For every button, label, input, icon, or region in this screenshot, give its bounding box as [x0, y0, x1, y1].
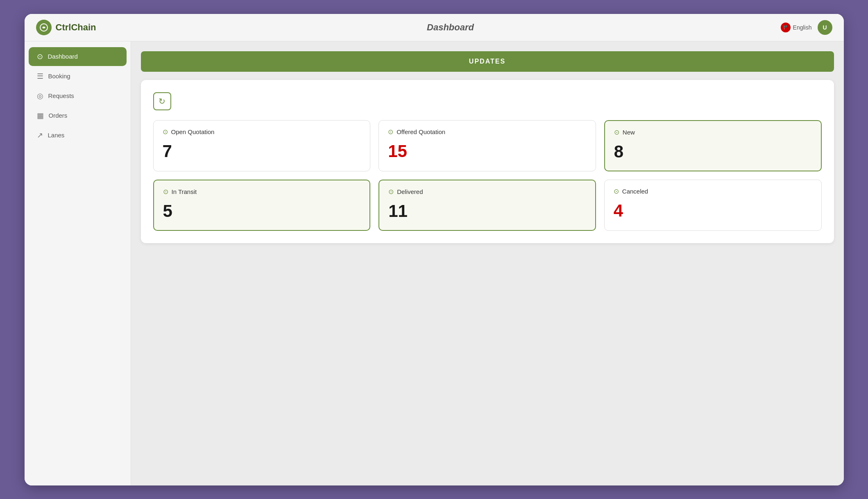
- avatar[interactable]: U: [818, 20, 832, 35]
- open-quotation-icon: ⊙: [163, 128, 168, 136]
- stat-card-offered-quotation[interactable]: ⊙ Offered Quotation 15: [378, 120, 596, 171]
- sidebar-item-label: Lanes: [48, 132, 65, 139]
- new-value: 8: [614, 142, 812, 162]
- refresh-icon: ↻: [159, 96, 165, 106]
- stat-card-delivered[interactable]: ⊙ Delivered 11: [378, 180, 596, 231]
- dashboard-card: ↻ ⊙ Open Quotation 7 ⊙: [141, 80, 834, 243]
- lanes-icon: ↗: [37, 131, 43, 140]
- main-layout: ⊙ Dashboard ☰ Booking ◎ Requests ▦ Order…: [25, 41, 844, 485]
- logo-area: CtrlChain: [36, 20, 143, 35]
- logo-text: CtrlChain: [56, 22, 96, 33]
- sidebar-item-label: Booking: [48, 73, 70, 80]
- logo-icon: [36, 20, 52, 35]
- flag-icon: 🏴: [781, 23, 791, 32]
- page-title: Dashboard: [427, 22, 474, 32]
- in-transit-value: 5: [163, 201, 361, 221]
- canceled-label: Canceled: [622, 188, 648, 195]
- sidebar-item-label: Requests: [48, 92, 74, 99]
- sidebar-item-dashboard[interactable]: ⊙ Dashboard: [29, 47, 127, 66]
- booking-icon: ☰: [37, 72, 43, 81]
- orders-icon: ▦: [37, 111, 44, 120]
- new-icon: ⊙: [614, 128, 619, 136]
- stat-card-open-quotation[interactable]: ⊙ Open Quotation 7: [153, 120, 371, 171]
- canceled-icon: ⊙: [614, 187, 619, 195]
- offered-quotation-value: 15: [388, 141, 587, 161]
- delivered-icon: ⊙: [388, 188, 394, 196]
- open-quotation-value: 7: [163, 141, 361, 161]
- delivered-label: Delivered: [397, 188, 423, 195]
- top-bar: CtrlChain Dashboard 🏴 English U: [25, 14, 844, 41]
- sidebar-item-booking[interactable]: ☰ Booking: [29, 67, 127, 86]
- updates-banner: UPDATES: [141, 51, 834, 72]
- canceled-value: 4: [614, 201, 812, 221]
- sidebar-item-requests[interactable]: ◎ Requests: [29, 87, 127, 105]
- sidebar-item-lanes[interactable]: ↗ Lanes: [29, 126, 127, 145]
- content-area: UPDATES ↻ ⊙ Open Quotation 7: [131, 41, 844, 485]
- sidebar: ⊙ Dashboard ☰ Booking ◎ Requests ▦ Order…: [25, 41, 131, 485]
- offered-quotation-icon: ⊙: [388, 128, 393, 136]
- page-title-area: Dashboard: [143, 22, 759, 33]
- sidebar-item-label: Dashboard: [48, 53, 78, 60]
- top-right: 🏴 English U: [759, 20, 832, 35]
- sidebar-item-orders[interactable]: ▦ Orders: [29, 106, 127, 125]
- requests-icon: ◎: [37, 91, 43, 100]
- stat-card-new[interactable]: ⊙ New 8: [604, 120, 822, 171]
- refresh-button[interactable]: ↻: [153, 92, 171, 110]
- open-quotation-label: Open Quotation: [171, 128, 215, 135]
- stat-card-in-transit[interactable]: ⊙ In Transit 5: [153, 180, 371, 231]
- stat-card-canceled[interactable]: ⊙ Canceled 4: [604, 180, 822, 231]
- stats-grid: ⊙ Open Quotation 7 ⊙ Offered Quotation 1…: [153, 120, 822, 231]
- in-transit-label: In Transit: [172, 188, 197, 195]
- sidebar-item-label: Orders: [49, 112, 68, 119]
- language-label: English: [793, 24, 812, 31]
- delivered-value: 11: [388, 201, 586, 221]
- language-selector[interactable]: 🏴 English: [781, 23, 812, 32]
- app-container: CtrlChain Dashboard 🏴 English U ⊙ Dashbo…: [25, 14, 844, 485]
- dashboard-icon: ⊙: [37, 52, 43, 61]
- new-label: New: [623, 129, 635, 136]
- offered-quotation-label: Offered Quotation: [397, 128, 445, 135]
- in-transit-icon: ⊙: [163, 188, 168, 196]
